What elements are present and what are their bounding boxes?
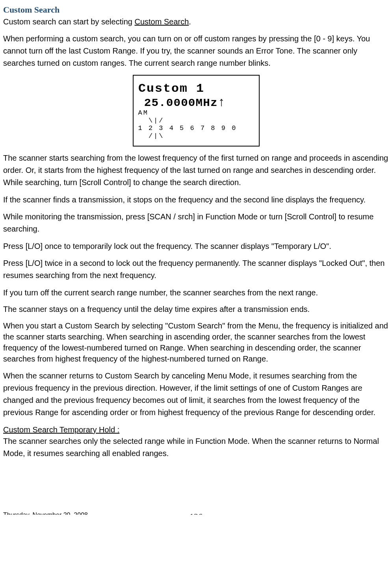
intro-text-a: Custom search can start by selecting <box>3 17 134 26</box>
paragraph-4: While monitoring the transmission, press… <box>3 211 389 235</box>
lcd-marker-bottom: /|\ <box>138 132 256 140</box>
lcd-title: Custom 1 <box>138 83 260 95</box>
paragraph-2: The scanner starts searching from the lo… <box>3 152 389 189</box>
paragraph-10: When the scanner returns to Custom Searc… <box>3 370 389 419</box>
paragraph-1: When performing a custom search, you can… <box>3 33 389 69</box>
lcd-marker-top: \|/ <box>138 117 256 125</box>
section-heading: Custom Search <box>3 4 389 16</box>
intro-paragraph: Custom search can start by selecting Cus… <box>3 16 389 27</box>
lcd-frequency: 25.0000MHz <box>138 97 218 109</box>
temp-hold-subheading: Custom Search Temporary Hold : <box>3 425 119 434</box>
footer-page-number: 136 <box>189 511 203 515</box>
paragraph-9: When you start a Custom Search by select… <box>3 320 389 364</box>
paragraph-7: If you turn off the current search range… <box>3 287 389 298</box>
subheading-block: Custom Search Temporary Hold : The scann… <box>3 424 389 460</box>
lcd-display: Custom 1 25.0000MHz ↑ AM \|/ 1 2 3 4 5 6… <box>133 75 260 147</box>
custom-search-link: Custom Search <box>134 17 189 26</box>
paragraph-8: The scanner stays on a frequency until t… <box>3 304 389 315</box>
paragraph-3: If the scanner finds a transmission, it … <box>3 194 389 205</box>
lcd-mode: AM <box>138 109 256 117</box>
intro-text-b: . <box>189 17 191 26</box>
paragraph-5: Press [L/O] once to temporarily lock out… <box>3 241 389 252</box>
footer-date: Thursday, November 20, 2008 <box>3 511 88 515</box>
paragraph-6: Press [L/O] twice in a second to lock ou… <box>3 257 389 282</box>
lcd-range-numbers: 1 2 3 4 5 6 7 8 9 0 <box>138 124 256 132</box>
paragraph-11: The scanner searches only the selected r… <box>3 435 389 460</box>
